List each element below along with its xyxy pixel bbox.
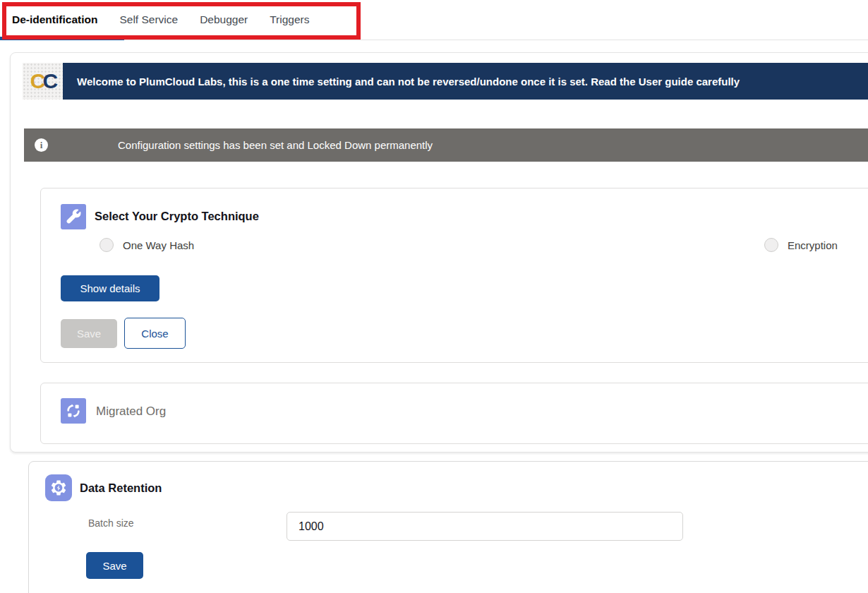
data-retention-card: Data Retention Batch size Save	[28, 461, 868, 593]
migrated-org-title: Migrated Org	[96, 405, 166, 419]
settings-panel: C C Welcome to PlumCloud Labs, this is a…	[10, 52, 868, 453]
plumcloud-logo: C C	[23, 63, 63, 100]
close-button[interactable]: Close	[124, 318, 186, 349]
welcome-message: Welcome to PlumCloud Labs, this is a one…	[77, 76, 740, 88]
migrated-org-card: Migrated Org	[40, 383, 868, 444]
crypto-technique-card: Select Your Crypto Technique One Way Has…	[40, 188, 868, 363]
tab-self-service[interactable]: Self Service	[119, 13, 178, 26]
sync-icon	[61, 398, 86, 424]
crypto-card-title: Select Your Crypto Technique	[95, 210, 259, 223]
tab-de-identification[interactable]: De-identification	[12, 13, 97, 26]
radio-label-encryption: Encryption	[788, 239, 838, 251]
tab-bar: De-identification Self Service Debugger …	[0, 0, 868, 40]
welcome-banner: C C Welcome to PlumCloud Labs, this is a…	[23, 63, 868, 100]
radio-circle-one-way-hash[interactable]	[100, 238, 114, 252]
radio-one-way-hash[interactable]: One Way Hash	[100, 238, 194, 252]
locked-notice-text: Configuration settings has been set and …	[118, 139, 433, 151]
wrench-icon	[61, 204, 86, 229]
radio-encryption[interactable]: Encryption	[764, 238, 838, 252]
active-tab-underline	[0, 37, 124, 40]
batch-size-input[interactable]	[287, 512, 683, 541]
info-icon: i	[35, 138, 48, 152]
radio-label-one-way-hash: One Way Hash	[123, 239, 194, 251]
batch-size-label: Batch size	[88, 517, 134, 529]
tab-triggers[interactable]: Triggers	[270, 13, 309, 26]
tab-debugger[interactable]: Debugger	[200, 13, 248, 26]
crypto-save-button[interactable]: Save	[61, 319, 117, 348]
logo-letter-1: C	[30, 69, 43, 93]
locked-notice-bar: i Configuration settings has been set an…	[24, 128, 868, 162]
welcome-banner-body: Welcome to PlumCloud Labs, this is a one…	[63, 63, 868, 100]
data-retention-title: Data Retention	[80, 481, 162, 495]
retention-save-button[interactable]: Save	[86, 552, 143, 579]
radio-circle-encryption[interactable]	[764, 238, 778, 252]
logo-letter-2: C	[43, 69, 56, 93]
show-details-button[interactable]: Show details	[61, 275, 159, 301]
gear-bolt-icon	[45, 474, 72, 501]
